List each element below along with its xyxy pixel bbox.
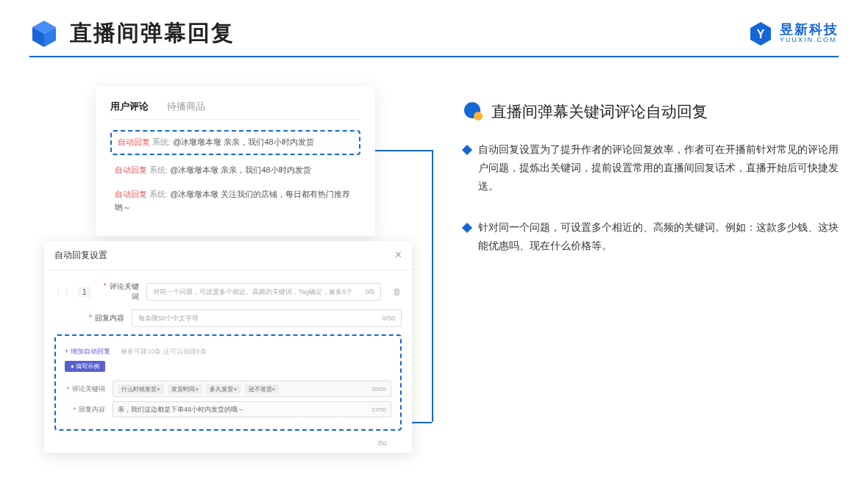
- brand-logo: Y 昱新科技 YUUXIN.COM: [747, 21, 839, 47]
- add-auto-reply-link[interactable]: + 增加自动回复: [65, 348, 110, 355]
- example-block: + 增加自动回复 最多可建10条 还可以创建9条 ● 填写示例 *评论关键词 什…: [54, 334, 402, 431]
- keyword-label: *评论关键词: [99, 281, 139, 302]
- content-input[interactable]: 每条限50个中文字符 0/50: [132, 309, 402, 327]
- content-label: *回复内容: [84, 313, 124, 323]
- bullet-item: 自动回复设置为了提升作者的评论回复效率，作者可在开播前针对常见的评论用户问题，提…: [463, 140, 839, 196]
- comment-panel: 用户评论 待播商品 自动回复 系统: @冰墩墩本墩 亲亲，我们48小时内发货 自…: [96, 87, 375, 236]
- comment-item: 自动回复 系统: @冰墩墩本墩 关注我们的店铺，每日都有热门推荐哟～: [110, 185, 360, 217]
- keyword-chip[interactable]: 还不发货×: [245, 384, 280, 394]
- keyword-input[interactable]: 对同一个问题，可设置多个相近、高频的关键词，Tag确定，最多5个 0/5: [146, 283, 381, 301]
- auto-reply-tag: 自动回复: [118, 137, 150, 146]
- trailing-counter: /50: [54, 437, 402, 450]
- example-keyword-label: *评论关键词: [65, 384, 105, 394]
- diamond-icon: [462, 222, 472, 232]
- keyword-chip[interactable]: 多久发货×: [206, 384, 241, 394]
- keyword-chip[interactable]: 发货时间×: [168, 384, 202, 394]
- auto-reply-settings-panel: 自动回复设置 × ⋮⋮ 1 *评论关键词 对同一个问题，可设置多个相近、高频的关…: [44, 241, 412, 453]
- tab-pending-goods[interactable]: 待播商品: [167, 100, 205, 113]
- drag-handle-icon[interactable]: ⋮⋮: [54, 287, 71, 297]
- cube-icon: [29, 19, 59, 49]
- page-title: 直播间弹幕回复: [70, 18, 235, 49]
- diamond-icon: [462, 145, 472, 155]
- close-icon[interactable]: ×: [395, 248, 402, 262]
- svg-text:Y: Y: [757, 28, 765, 40]
- brand-name-cn: 昱新科技: [780, 23, 839, 37]
- brand-name-en: YUUXIN.COM: [780, 37, 839, 44]
- rule-index: 1: [78, 287, 91, 298]
- delete-icon[interactable]: 🗑: [393, 287, 402, 297]
- chat-bubble-icon: [463, 101, 484, 122]
- comment-item-highlighted: 自动回复 系统: @冰墩墩本墩 亲亲，我们48小时内发货: [110, 130, 360, 155]
- settings-title: 自动回复设置: [54, 249, 107, 262]
- comment-item: 自动回复 系统: @冰墩墩本墩 亲亲，我们48小时内发货: [110, 161, 360, 180]
- bullet-item: 针对同一个问题，可设置多个相近的、高频的关键词。例如：这款多少钱、这块能优惠吗、…: [463, 218, 839, 255]
- tab-user-comments[interactable]: 用户评论: [110, 100, 149, 113]
- keyword-chip[interactable]: 什么时候发货×: [118, 384, 164, 394]
- example-content-label: *回复内容: [65, 405, 105, 415]
- section-title: 直播间弹幕关键词评论自动回复: [491, 101, 708, 122]
- example-keyword-input[interactable]: 什么时候发货× 发货时间× 多久发货× 还不发货× 20/50: [113, 381, 391, 397]
- example-content-input[interactable]: 亲，我们这边都是下单48小时内发货的哦～ 37/50: [113, 401, 391, 417]
- example-tag: ● 填写示例: [65, 361, 105, 372]
- add-hint: 最多可建10条 还可以创建9条: [121, 348, 207, 355]
- svg-point-5: [474, 112, 483, 121]
